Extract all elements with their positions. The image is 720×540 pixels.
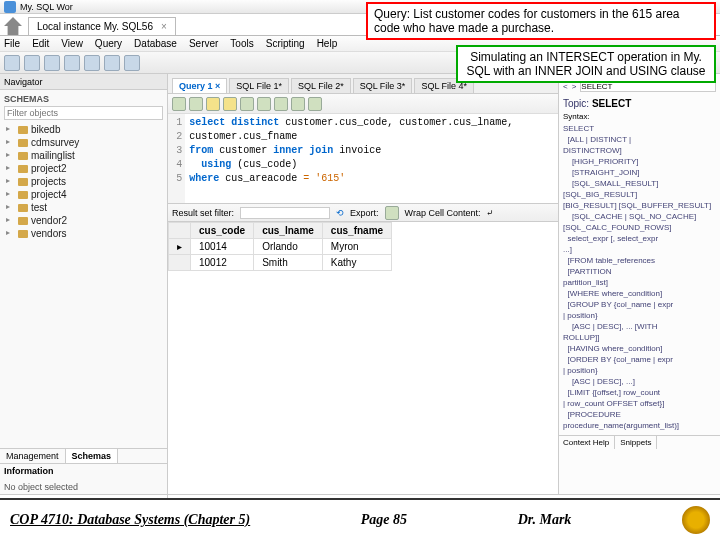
connection-tab-label: Local instance My. SQL56 bbox=[37, 21, 153, 32]
menu-help[interactable]: Help bbox=[317, 38, 338, 49]
menu-file[interactable]: File bbox=[4, 38, 20, 49]
schema-item[interactable]: cdmsurvey bbox=[4, 136, 163, 149]
tab-context-help[interactable]: Context Help bbox=[558, 436, 615, 449]
callout-query: Query: List customer codes for customers… bbox=[366, 2, 716, 40]
menu-scripting[interactable]: Scripting bbox=[266, 38, 305, 49]
export-icon[interactable] bbox=[385, 206, 399, 220]
database-icon bbox=[18, 178, 28, 186]
database-icon bbox=[18, 165, 28, 173]
code-area[interactable]: select distinct customer.cus_code, custo… bbox=[185, 114, 558, 203]
tab-snippets[interactable]: Snippets bbox=[615, 436, 657, 449]
menu-query[interactable]: Query bbox=[95, 38, 122, 49]
window-title: My. SQL Wor bbox=[20, 2, 73, 12]
result-toolbar: Result set filter: ⟲ Export: Wrap Cell C… bbox=[168, 204, 558, 222]
help-panel: < > Topic: SELECT Syntax: SELECT [ALL | … bbox=[558, 74, 720, 494]
tab-schemas[interactable]: Schemas bbox=[66, 449, 119, 463]
result-filter-input[interactable] bbox=[240, 207, 330, 219]
schema-item[interactable]: mailinglist bbox=[4, 149, 163, 162]
schema-item[interactable]: vendor2 bbox=[4, 214, 163, 227]
database-icon bbox=[18, 230, 28, 238]
navigator-header: Navigator bbox=[0, 74, 167, 90]
sql-tab-file3[interactable]: SQL File 3* bbox=[353, 78, 413, 93]
home-icon[interactable] bbox=[4, 17, 22, 35]
ucf-logo-icon bbox=[682, 506, 710, 534]
procedure-icon[interactable] bbox=[104, 55, 120, 71]
schema-item[interactable]: project2 bbox=[4, 162, 163, 175]
schema-item[interactable]: test bbox=[4, 201, 163, 214]
page-number: Page 85 bbox=[361, 512, 407, 528]
inspector-icon[interactable] bbox=[44, 55, 60, 71]
wrap-label: Wrap Cell Content: bbox=[405, 208, 481, 218]
view-icon[interactable] bbox=[84, 55, 100, 71]
new-sql-icon[interactable] bbox=[4, 55, 20, 71]
help-syntax: SELECT [ALL | DISTINCT | DISTINCTROW] [H… bbox=[563, 123, 716, 431]
schema-list: bikedb cdmsurvey mailinglist project2 pr… bbox=[4, 123, 163, 240]
info-header: Information bbox=[4, 466, 163, 476]
col-header[interactable]: cus_fname bbox=[322, 223, 391, 239]
function-icon[interactable] bbox=[124, 55, 140, 71]
sql-tab-file1[interactable]: SQL File 1* bbox=[229, 78, 289, 93]
help-tabs: Context Help Snippets bbox=[558, 435, 720, 449]
database-icon bbox=[18, 152, 28, 160]
schema-item[interactable]: projects bbox=[4, 175, 163, 188]
open-sql-icon[interactable] bbox=[24, 55, 40, 71]
schema-item[interactable]: vendors bbox=[4, 227, 163, 240]
save-script-icon[interactable] bbox=[189, 97, 203, 111]
schema-filter[interactable] bbox=[4, 106, 163, 120]
help-topic: Topic: SELECT bbox=[563, 98, 716, 109]
execute-current-icon[interactable] bbox=[223, 97, 237, 111]
schema-item[interactable]: bikedb bbox=[4, 123, 163, 136]
author: Dr. Mark bbox=[518, 512, 572, 528]
menu-server[interactable]: Server bbox=[189, 38, 218, 49]
close-icon[interactable]: × bbox=[215, 81, 220, 91]
callout-note: Simulating an INTERSECT operation in My.… bbox=[456, 45, 716, 83]
schemas-label: SCHEMAS bbox=[4, 94, 163, 104]
app-icon bbox=[4, 1, 16, 13]
sql-toolbar bbox=[168, 94, 558, 114]
connection-tab[interactable]: Local instance My. SQL56 × bbox=[28, 17, 176, 35]
information-panel: Information No object selected bbox=[0, 463, 167, 494]
database-icon bbox=[18, 204, 28, 212]
filter-label: Result set filter: bbox=[172, 208, 234, 218]
tab-management[interactable]: Management bbox=[0, 449, 66, 463]
open-script-icon[interactable] bbox=[172, 97, 186, 111]
result-grid[interactable]: cus_code cus_lname cus_fname ▸ 10014 Orl… bbox=[168, 222, 558, 494]
info-text: No object selected bbox=[4, 482, 163, 492]
stop-icon[interactable] bbox=[257, 97, 271, 111]
execute-icon[interactable] bbox=[206, 97, 220, 111]
line-gutter: 12345 bbox=[168, 114, 185, 203]
menu-tools[interactable]: Tools bbox=[230, 38, 253, 49]
table-row[interactable]: 10012 Smith Kathy bbox=[169, 255, 392, 271]
wrap-icon[interactable]: ⤶ bbox=[486, 208, 494, 218]
syntax-label: Syntax: bbox=[563, 112, 716, 121]
table-icon[interactable] bbox=[64, 55, 80, 71]
database-icon bbox=[18, 126, 28, 134]
sql-tab-query1[interactable]: Query 1 × bbox=[172, 78, 227, 93]
navigator-tabs: Management Schemas bbox=[0, 448, 167, 463]
menu-view[interactable]: View bbox=[61, 38, 83, 49]
rollback-icon[interactable] bbox=[291, 97, 305, 111]
database-icon bbox=[18, 139, 28, 147]
explain-icon[interactable] bbox=[240, 97, 254, 111]
sql-editor[interactable]: 12345 select distinct customer.cus_code,… bbox=[168, 114, 558, 204]
editor-area: Query 1 × SQL File 1* SQL File 2* SQL Fi… bbox=[168, 74, 558, 494]
schema-item[interactable]: project4 bbox=[4, 188, 163, 201]
slide-footer: COP 4710: Database Systems (Chapter 5) P… bbox=[0, 498, 720, 540]
close-icon[interactable]: × bbox=[161, 21, 167, 32]
menu-database[interactable]: Database bbox=[134, 38, 177, 49]
export-label: Export: bbox=[350, 208, 379, 218]
database-icon bbox=[18, 191, 28, 199]
database-icon bbox=[18, 217, 28, 225]
sql-tab-file2[interactable]: SQL File 2* bbox=[291, 78, 351, 93]
col-header[interactable]: cus_code bbox=[191, 223, 254, 239]
menu-edit[interactable]: Edit bbox=[32, 38, 49, 49]
col-header[interactable]: cus_lname bbox=[254, 223, 323, 239]
course-title: COP 4710: Database Systems (Chapter 5) bbox=[10, 512, 250, 528]
commit-icon[interactable] bbox=[274, 97, 288, 111]
autocommit-icon[interactable] bbox=[308, 97, 322, 111]
navigator-panel: Navigator SCHEMAS bikedb cdmsurvey maili… bbox=[0, 74, 168, 494]
table-row[interactable]: ▸ 10014 Orlando Myron bbox=[169, 239, 392, 255]
